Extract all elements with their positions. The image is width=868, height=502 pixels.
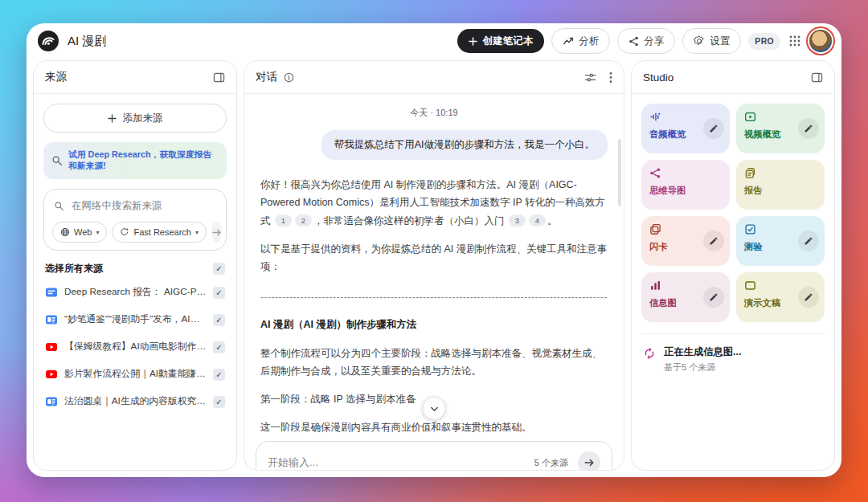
message-text: AI 漫剧（AI 漫剧）制作步骤和方法 bbox=[260, 319, 416, 330]
source-list-item[interactable]: Deep Research 报告： AIGC-Powered Motion...… bbox=[43, 279, 227, 306]
edit-pencil-button[interactable] bbox=[798, 118, 819, 139]
message-text: 以下是基于提供的资料，为你提炼总结的 AI 漫剧制作流程、关键工具和注意事项： bbox=[260, 243, 607, 272]
tune-icon[interactable] bbox=[584, 71, 596, 84]
globe-icon bbox=[60, 227, 70, 237]
source-list-item[interactable]: 法治圆桌｜AI生成的内容版权究竟该归谁?✓ bbox=[43, 388, 227, 415]
top-bar: AI 漫剧 创建笔记本 分析 分享 设置 PRO bbox=[27, 23, 841, 59]
source-checkbox[interactable]: ✓ bbox=[213, 341, 225, 353]
studio-panel-title: Studio bbox=[643, 71, 674, 84]
gear-icon bbox=[694, 35, 705, 47]
more-menu-icon[interactable] bbox=[609, 71, 612, 84]
source-checkbox[interactable]: ✓ bbox=[213, 369, 225, 381]
message-paragraph: 以下是基于提供的资料，为你提炼总结的 AI 漫剧制作流程、关键工具和注意事项： bbox=[260, 240, 608, 276]
analytics-label: 分析 bbox=[579, 35, 599, 48]
source-list: Deep Research 报告： AIGC-Powered Motion...… bbox=[43, 279, 227, 415]
user-avatar[interactable] bbox=[809, 30, 832, 52]
source-checkbox[interactable]: ✓ bbox=[213, 396, 225, 408]
analytics-button[interactable]: 分析 bbox=[551, 28, 610, 54]
studio-card-audio-overview[interactable]: 音频概览 bbox=[641, 104, 730, 153]
spinner-icon bbox=[643, 347, 656, 360]
source-list-item[interactable]: 【保姆级教程】AI动画电影制作之用Ai一键生...✓ bbox=[43, 333, 227, 361]
generation-status-subtitle: 基于5 个来源 bbox=[664, 361, 741, 373]
edit-pencil-button[interactable] bbox=[798, 231, 819, 251]
add-source-button[interactable]: 添加来源 bbox=[43, 104, 227, 133]
app-window: AI 漫剧 创建笔记本 分析 分享 设置 PRO bbox=[27, 23, 841, 477]
collapse-panel-icon[interactable] bbox=[213, 71, 225, 84]
collapse-panel-icon[interactable] bbox=[811, 71, 823, 84]
source-checkbox[interactable]: ✓ bbox=[213, 314, 225, 326]
plus-icon bbox=[108, 114, 117, 123]
mindmap-icon bbox=[649, 167, 722, 179]
edit-pencil-button[interactable] bbox=[703, 231, 724, 251]
message-text: 这一阶段是确保漫剧内容具有商业价值和叙事连贯性的基础。 bbox=[260, 422, 532, 433]
deep-research-banner[interactable]: 试用 Deep Research，获取深度报告和新来源! bbox=[43, 142, 227, 179]
studio-card-quiz[interactable]: 测验 bbox=[736, 216, 825, 266]
sources-panel-title: 来源 bbox=[45, 70, 67, 84]
article-source-icon bbox=[45, 395, 58, 408]
message-paragraph: 这一阶段是确保漫剧内容具有商业价值和叙事连贯性的基础。 bbox=[260, 418, 608, 436]
settings-label: 设置 bbox=[710, 35, 730, 48]
send-message-button[interactable] bbox=[578, 451, 600, 471]
search-input[interactable]: 在网络中搜索新来源 bbox=[52, 198, 218, 213]
select-all-label: 选择所有来源 bbox=[45, 262, 103, 275]
chat-panel-title: 对话 bbox=[256, 70, 277, 84]
search-submit-button[interactable] bbox=[211, 222, 222, 243]
chat-scrollbar[interactable] bbox=[618, 139, 621, 206]
citation-chip[interactable]: 2 bbox=[295, 214, 312, 227]
source-list-item[interactable]: “妙笔通鉴”“漫剧助手”发布，AI赋能网文创作...✓ bbox=[43, 306, 227, 333]
magnifier-icon bbox=[51, 155, 63, 166]
edit-pencil-button[interactable] bbox=[703, 118, 724, 139]
create-notebook-button[interactable]: 创建笔记本 bbox=[457, 29, 545, 53]
studio-card-slides[interactable]: 演示文稿 bbox=[736, 272, 825, 322]
edit-pencil-button[interactable] bbox=[798, 287, 819, 308]
chevron-down-icon: ▾ bbox=[195, 229, 199, 236]
source-list-item[interactable]: 影片製作流程公開｜AI動畫能賺錢嗎｜一隻土...✓ bbox=[43, 361, 227, 388]
sources-panel: 来源 添加来源 试用 Deep Research，获取深度报告和新来源! bbox=[33, 60, 237, 471]
citation-chip[interactable]: 4 bbox=[529, 214, 546, 227]
generation-status[interactable]: 正在生成信息图... 基于5 个来源 bbox=[641, 342, 825, 377]
web-scope-chip[interactable]: Web ▾ bbox=[52, 222, 107, 243]
source-checkbox[interactable]: ✓ bbox=[213, 287, 225, 299]
studio-card-video-overview[interactable]: 视频概览 bbox=[736, 104, 825, 153]
message-text: 。 bbox=[547, 215, 558, 227]
edit-pencil-button[interactable] bbox=[703, 287, 724, 308]
citation-chip[interactable]: 3 bbox=[509, 214, 526, 227]
settings-button[interactable]: 设置 bbox=[682, 28, 741, 54]
notebook-title: AI 漫剧 bbox=[68, 34, 106, 49]
apps-grid-icon[interactable] bbox=[788, 34, 802, 48]
share-label: 分享 bbox=[644, 35, 664, 48]
message-text: ，非常适合像你这样的初学者（小白）入门 bbox=[313, 215, 507, 227]
message-paragraph: 整个制作流程可以分为四个主要阶段：战略选择与剧本准备、视觉素材生成、后期制作与合… bbox=[260, 345, 608, 381]
source-title: 法治圆桌｜AI生成的内容版权究竟该归谁? bbox=[64, 395, 207, 408]
message-text: 第一阶段：战略 IP 选择与剧本准备 bbox=[260, 394, 416, 405]
web-search-box: 在网络中搜索新来源 Web ▾ Fast Research ▾ bbox=[43, 189, 227, 251]
select-all-checkbox[interactable]: ✓ bbox=[213, 263, 225, 275]
studio-panel: Studio 音频概览视频概览思维导图报告闪卡测验信息图演示文稿 正在生成信息图… bbox=[631, 60, 835, 471]
report-doc-icon bbox=[744, 167, 817, 179]
chat-input-placeholder[interactable]: 开始输入... bbox=[268, 455, 525, 470]
chat-input-bar: 开始输入... 5 个来源 bbox=[256, 441, 612, 471]
share-button[interactable]: 分享 bbox=[617, 28, 675, 54]
fast-research-icon bbox=[120, 227, 129, 237]
citation-chip[interactable]: 1 bbox=[275, 214, 292, 227]
info-icon[interactable] bbox=[284, 72, 294, 83]
pro-badge: PRO bbox=[748, 33, 780, 50]
source-count-label: 5 个来源 bbox=[534, 457, 568, 469]
user-message-bubble: 帮我提炼总结下用AI做漫剧的步骤和方法，我是一个小白。 bbox=[321, 130, 608, 160]
research-mode-chip[interactable]: Fast Research ▾ bbox=[112, 222, 207, 243]
studio-card-flashcards[interactable]: 闪卡 bbox=[641, 216, 730, 266]
youtube-source-icon bbox=[45, 341, 58, 353]
plus-icon bbox=[469, 37, 477, 46]
studio-card-grid: 音频概览视频概览思维导图报告闪卡测验信息图演示文稿 bbox=[641, 104, 825, 322]
studio-card-infographic[interactable]: 信息图 bbox=[641, 272, 730, 322]
assistant-message: 你好！很高兴为你总结使用 AI 制作漫剧的步骤和方法。AI 漫剧（AIGC-Po… bbox=[260, 176, 608, 470]
studio-card-label: 报告 bbox=[744, 185, 817, 197]
source-title: 影片製作流程公開｜AI動畫能賺錢嗎｜一隻土... bbox=[64, 368, 207, 381]
report-source-icon bbox=[45, 286, 58, 299]
studio-card-report-doc[interactable]: 报告 bbox=[736, 160, 825, 210]
studio-card-label: 思维导图 bbox=[649, 185, 722, 197]
studio-card-mindmap[interactable]: 思维导图 bbox=[641, 160, 730, 210]
chat-panel: 对话 今天 · 10:19 帮我提炼总结下用AI做漫剧的步骤和方法 bbox=[244, 60, 624, 471]
arrow-right-icon bbox=[211, 227, 222, 238]
scroll-to-bottom-button[interactable] bbox=[423, 397, 446, 420]
